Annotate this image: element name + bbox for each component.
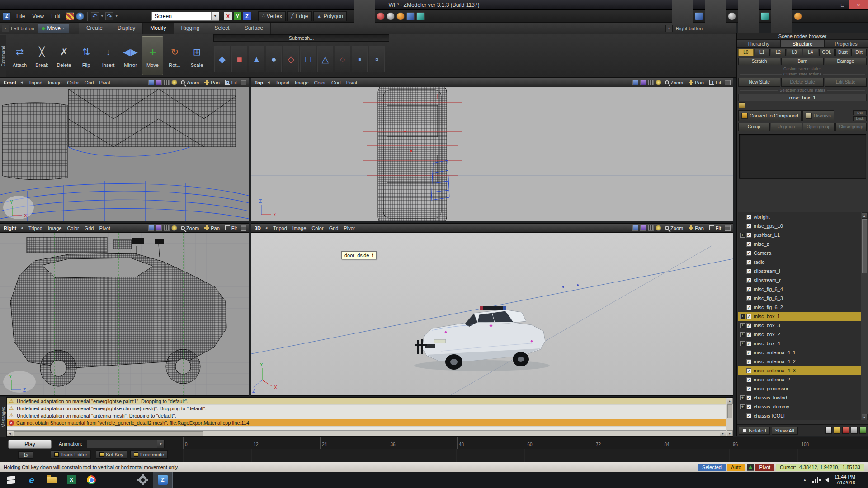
maximize-viewport-icon[interactable] [241,80,246,85]
submesh-tool-button[interactable]: △ [317,46,333,72]
wireframe-icon[interactable] [648,225,654,231]
tool-button[interactable]: ⊞Scale [186,36,208,75]
tree-node-row[interactable]: +✓pushbar_L1 [738,230,861,239]
lod-button[interactable]: L1 [755,49,770,56]
selection-mode-button[interactable]: ╱Edge [287,11,312,21]
refresh-icon[interactable] [859,427,866,434]
scroll-down-icon[interactable]: ▼ [727,430,733,436]
pan-button[interactable]: Pan [686,80,706,85]
tool-button[interactable]: ↻Rot... [164,36,185,75]
axes-icon[interactable] [761,12,769,20]
lod-button[interactable]: Dust [835,49,851,56]
damage-button[interactable]: Burn [781,58,823,65]
maximize-viewport-icon[interactable] [241,225,246,231]
tree-node-row[interactable]: +✓misc_fig_6_3 [738,294,861,303]
help-icon[interactable]: ? [76,12,84,20]
state-button[interactable]: New State [738,78,780,87]
messages-panel-tab[interactable]: Messages [0,397,6,437]
clock[interactable]: 11:44 PM 7/1/2016 [835,474,855,486]
viewport-back-icon[interactable]: ◄ [263,226,269,230]
undo-icon[interactable]: ↶ [91,12,99,20]
viewport-back-icon[interactable]: ◄ [265,80,272,84]
pan-button[interactable]: Pan [202,80,222,85]
node-checkbox[interactable]: ✓ [746,296,751,301]
animation-select[interactable]: ▼ [87,440,165,448]
pivot-mode-chip[interactable]: Pivot [755,464,774,471]
left-button-icon[interactable]: ▾ [2,25,9,32]
draw-mode-icon[interactable] [632,80,638,85]
viewport-menu-item[interactable]: Grid [82,80,97,85]
tree-node-row[interactable]: +✓misc_antenna_4_2 [738,357,861,366]
isolated-button[interactable]: Isolated [739,427,770,435]
undo-dropdown-icon[interactable]: ▾ [101,14,104,18]
tree-node-row[interactable]: +✓misc_fig_6_2 [738,303,861,312]
viewport-menu-item[interactable]: Color [64,225,81,231]
node-checkbox[interactable]: ✓ [746,287,751,292]
dismiss-button[interactable]: Dismiss [802,110,835,121]
node-checkbox[interactable]: ✓ [746,332,751,337]
light-icon[interactable] [656,80,661,85]
command-panel-tab[interactable]: Command [0,35,6,77]
node-checkbox[interactable]: ✓ [746,251,751,256]
viewport-menu-item[interactable]: Grid [326,225,341,231]
maximize-button[interactable]: □ [836,0,849,9]
node-checkbox[interactable]: ✓ [746,341,751,346]
node-checkbox[interactable]: ✓ [746,269,751,274]
redo-icon[interactable]: ↷ [105,12,113,20]
shading-icon[interactable] [156,80,162,85]
viewport-3d-canvas[interactable]: Y X Z door_dside_f [251,233,733,395]
scroll-thumb[interactable] [14,431,203,436]
viewport-menu-item[interactable]: Color [309,225,326,231]
ribbon-tab[interactable]: Rigging [174,23,208,34]
redo-dropdown-icon[interactable]: ▾ [115,14,118,18]
wireframe-icon[interactable] [648,80,654,85]
viewport-menu-item[interactable]: Tripod [273,80,292,85]
ribbon-tab[interactable]: Display [110,23,143,34]
log-message[interactable]: ⚠×Undefined adaptation on material "emer… [7,398,726,405]
fit-button[interactable]: Fit [223,225,239,231]
menu-item[interactable]: File [13,12,28,21]
light-icon[interactable] [656,225,661,231]
submesh-tool-button[interactable]: □ [300,46,316,72]
tree-node-row[interactable]: +✓misc_box_1 [738,312,861,321]
free-mode-button[interactable]: Free mode [130,450,168,459]
expand-icon[interactable]: + [740,395,745,400]
tree-node-row[interactable]: +✓slipstream_r [738,276,861,285]
log-horizontal-scrollbar[interactable]: ◄ ► [7,430,726,436]
tree-node-row[interactable]: +✓wbright [738,212,861,221]
set-key-button[interactable]: Set Key [96,450,127,459]
volume-icon[interactable] [825,477,829,483]
node-checkbox[interactable]: ✓ [746,350,751,355]
submesh-tool-button[interactable]: ○ [335,46,350,72]
play-button[interactable]: Play [8,440,52,449]
viewport-menu-item[interactable]: Grid [329,80,344,85]
node-checkbox[interactable]: ✓ [746,377,751,382]
ribbon-tab[interactable]: Surface [237,23,271,34]
selection-mode-button[interactable]: ∴Vertex [258,11,286,21]
taskbar-app-chrome[interactable] [81,472,101,488]
submesh-tool-button[interactable]: ◇ [283,46,299,72]
menu-item[interactable]: View [28,12,47,21]
zoom-button[interactable]: Zoom [179,80,201,85]
expand-icon[interactable]: + [740,341,745,346]
scroll-down-icon[interactable]: ▼ [862,414,868,420]
node-checkbox[interactable]: ✓ [746,323,751,328]
tree-node-row[interactable]: +✓chassis_lowlod [738,393,861,402]
material-sphere-icon[interactable] [377,12,385,20]
lod-button[interactable]: L2 [771,49,786,56]
viewport-menu-item[interactable]: Image [45,80,65,85]
options-icon[interactable] [794,12,802,20]
filter-icon[interactable] [695,12,703,20]
node-checkbox[interactable]: ✓ [746,314,751,319]
viewport-menu-item[interactable]: Pivot [96,80,113,85]
tool-button[interactable]: ↓Insert [98,36,119,75]
tree-node-row[interactable]: +✓Camera [738,249,861,258]
submesh-tool-button[interactable]: ◆ [214,46,230,72]
axis-constraint-button[interactable]: Y [233,12,242,20]
tree-node-row[interactable]: +✓misc_gps_L0 [738,221,861,230]
scroll-thumb[interactable] [727,404,732,418]
track-strip[interactable] [183,449,868,462]
active-tool-button[interactable]: ◆ Move ▾ [38,24,69,33]
damage-button[interactable]: Scratch [738,58,780,65]
maximize-viewport-icon[interactable] [725,225,731,231]
